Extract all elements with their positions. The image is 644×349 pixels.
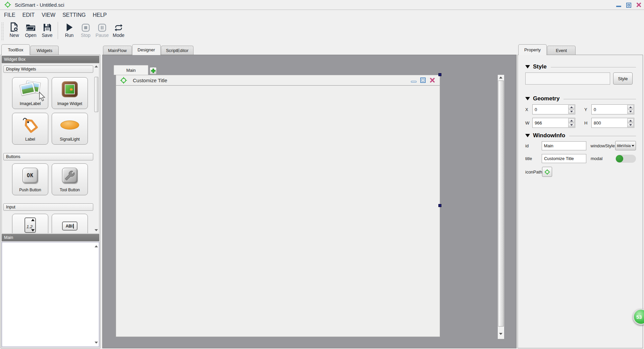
- y-spin-up-button[interactable]: [627, 105, 634, 109]
- canvas-scrollbar[interactable]: [498, 75, 504, 339]
- id-input[interactable]: [542, 141, 586, 150]
- design-window-minimize-button[interactable]: [411, 78, 417, 83]
- maximize-button[interactable]: [625, 1, 632, 8]
- widget-spin-box[interactable]: 1.2: [12, 214, 48, 234]
- section-rule: [564, 99, 636, 100]
- style-input[interactable]: [525, 72, 610, 85]
- menu-help[interactable]: HELP: [93, 12, 107, 18]
- design-window-close-button[interactable]: [429, 77, 435, 83]
- modal-toggle[interactable]: [615, 155, 636, 163]
- widget-image-widget[interactable]: Image Widget: [52, 77, 88, 109]
- windowinfo-section-header[interactable]: WindowInfo: [525, 132, 636, 139]
- design-window[interactable]: Customize Title: [116, 75, 440, 337]
- y-spin-down-button[interactable]: [627, 110, 634, 114]
- style-button[interactable]: Style: [613, 72, 633, 85]
- widget-push-button[interactable]: OK Push Button: [12, 163, 48, 195]
- page-tab-main[interactable]: Main: [114, 65, 148, 75]
- design-window-titlebar[interactable]: Customize Title: [116, 75, 440, 86]
- scrollbar-up-arrow[interactable]: [499, 77, 502, 79]
- close-button[interactable]: [635, 1, 642, 8]
- tab-scripteditor[interactable]: ScriptEditor: [161, 46, 194, 55]
- x-spin-up-button[interactable]: [568, 105, 575, 109]
- y-input[interactable]: [592, 105, 627, 114]
- plus-icon: [151, 68, 156, 73]
- run-button[interactable]: Run: [61, 20, 77, 38]
- mode-cycle-icon: [114, 20, 123, 33]
- open-button-label: Open: [25, 33, 36, 38]
- selection-handle-top-right[interactable]: [438, 73, 441, 76]
- save-button[interactable]: Save: [39, 20, 55, 38]
- widget-imagelabel[interactable]: ImageLabel: [12, 77, 48, 109]
- open-button[interactable]: Open: [23, 20, 39, 38]
- stop-button[interactable]: Stop: [78, 20, 94, 38]
- widget-label[interactable]: Label: [12, 113, 48, 145]
- menu-setting[interactable]: SETTING: [62, 12, 86, 18]
- h-spin-down-button[interactable]: [627, 123, 634, 128]
- tab-toolbox[interactable]: ToolBox: [1, 44, 30, 55]
- h-input[interactable]: [592, 118, 627, 128]
- window-title: SciSmart - Untitled.sci: [15, 2, 64, 8]
- design-canvas[interactable]: Main Customize Title: [102, 55, 517, 348]
- w-spin-up-button[interactable]: [568, 118, 575, 123]
- new-file-icon: [10, 20, 19, 33]
- widget-signallight[interactable]: SignalLight: [52, 113, 88, 145]
- save-button-label: Save: [42, 33, 53, 38]
- mode-button[interactable]: Mode: [111, 20, 126, 38]
- section-rule: [551, 67, 636, 68]
- widget-image-widget-label: Image Widget: [52, 101, 88, 106]
- selection-handle-right-middle[interactable]: [438, 204, 441, 207]
- h-spin-up-button[interactable]: [627, 118, 634, 123]
- title-input[interactable]: [542, 154, 586, 163]
- modal-label: modal: [591, 156, 615, 161]
- section-input[interactable]: Input: [3, 203, 93, 211]
- toolbar-separator: [58, 22, 58, 39]
- add-page-button[interactable]: [150, 67, 157, 74]
- menu-view[interactable]: VIEW: [42, 12, 55, 18]
- scrollbar-up-arrow[interactable]: [95, 245, 98, 247]
- image-widget-icon: [62, 79, 78, 99]
- toolbar-drag-handle[interactable]: [1, 22, 4, 41]
- design-window-maximize-button[interactable]: [420, 78, 426, 83]
- scrollbar-up-arrow[interactable]: [95, 65, 98, 67]
- scrollbar-thumb[interactable]: [498, 81, 504, 327]
- stop-button-label: Stop: [81, 33, 91, 38]
- windowstyle-dropdown[interactable]: titleVisia: [615, 141, 636, 150]
- main-area: ToolBox Widgets Widget Box Display Widge…: [0, 44, 644, 349]
- new-button[interactable]: New: [6, 20, 22, 38]
- tab-designer[interactable]: Designer: [132, 44, 161, 55]
- outline-header: Main: [2, 234, 99, 241]
- w-spin-down-button[interactable]: [568, 123, 575, 128]
- pause-button[interactable]: Pause: [94, 20, 110, 38]
- x-spin-down-button[interactable]: [568, 110, 575, 114]
- y-spinbox: [591, 104, 634, 114]
- h-label: H: [584, 120, 591, 126]
- section-buttons[interactable]: Buttons: [3, 153, 93, 160]
- scrollbar-down-arrow[interactable]: [95, 342, 98, 344]
- outline-list[interactable]: [2, 242, 99, 347]
- menu-file[interactable]: FILE: [4, 12, 15, 18]
- tab-widgets[interactable]: Widgets: [30, 46, 59, 55]
- menu-edit[interactable]: EDIT: [22, 12, 35, 18]
- x-input[interactable]: [533, 105, 568, 114]
- tab-event[interactable]: Event: [547, 46, 576, 55]
- section-display-widgets[interactable]: Display Widgets: [3, 65, 93, 73]
- geometry-section-header[interactable]: Geometry: [525, 95, 636, 102]
- minimize-button[interactable]: [615, 1, 622, 8]
- title-label: title: [525, 156, 542, 161]
- tab-mainflow[interactable]: MainFlow: [103, 46, 132, 55]
- w-input[interactable]: [533, 118, 568, 128]
- style-section-header[interactable]: Style: [525, 63, 636, 70]
- app-window: SciSmart - Untitled.sci FILE EDIT VIEW S…: [0, 0, 644, 349]
- scrollbar-down-arrow[interactable]: [95, 229, 98, 231]
- tab-property[interactable]: Property: [518, 44, 547, 55]
- scrollbar-down-arrow[interactable]: [499, 333, 502, 335]
- label-tag-icon: [21, 115, 39, 135]
- widget-tool-button[interactable]: Tool Button: [52, 163, 88, 195]
- widget-box-scrollbar[interactable]: [94, 64, 98, 233]
- iconpath-button[interactable]: [542, 167, 552, 177]
- y-label: Y: [584, 107, 591, 112]
- widget-text-input[interactable]: ABI: [52, 214, 88, 234]
- property-panel: Style Style Geometry X: [518, 55, 643, 348]
- scrollbar-thumb[interactable]: [94, 77, 98, 112]
- widget-box-header: Widget Box: [2, 56, 99, 63]
